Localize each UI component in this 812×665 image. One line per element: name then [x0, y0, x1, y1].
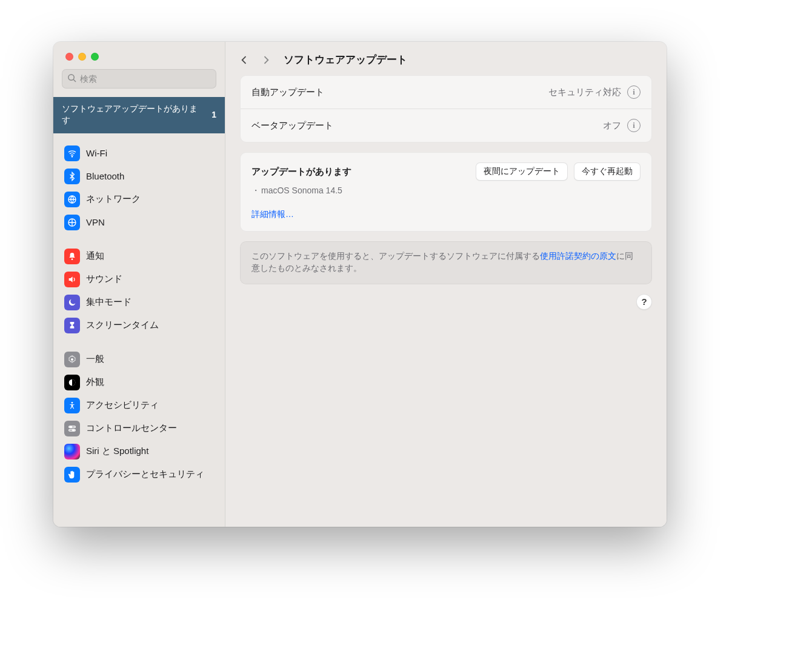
search-input[interactable] — [80, 74, 211, 84]
sidebar-item-notifications[interactable]: 通知 — [59, 245, 219, 268]
sidebar-item-vpn[interactable]: VPN — [59, 211, 219, 234]
help-button[interactable]: ? — [636, 294, 652, 310]
titlebar: ソフトウェアアップデート — [225, 42, 667, 75]
row-label: 自動アップデート — [251, 87, 324, 98]
sidebar-item-label: 通知 — [86, 250, 104, 262]
search-field[interactable] — [62, 69, 216, 89]
sidebar-item-label: スクリーンタイム — [86, 319, 159, 331]
sidebar-item-label: 集中モード — [86, 296, 131, 308]
vpn-icon — [64, 215, 80, 230]
zoom-window-button[interactable] — [91, 53, 99, 61]
wifi-icon — [64, 145, 80, 161]
sidebar-item-label: 外観 — [86, 376, 104, 388]
sidebar-item-siri[interactable]: Siri と Spotlight — [59, 440, 219, 463]
sidebar-item-screentime[interactable]: スクリーンタイム — [59, 314, 219, 337]
more-info-link[interactable]: 詳細情報… — [251, 209, 294, 219]
update-available-banner[interactable]: ソフトウェアアップデートがあります 1 — [53, 97, 225, 133]
speaker-icon — [64, 272, 80, 287]
update-list-item: macOS Sonoma 14.5 — [241, 184, 651, 200]
sidebar-item-label: VPN — [86, 217, 105, 227]
svg-point-8 — [72, 402, 73, 404]
svg-point-0 — [68, 74, 74, 79]
sidebar-item-label: サウンド — [86, 273, 122, 285]
sidebar-item-sound[interactable]: サウンド — [59, 268, 219, 291]
appearance-icon — [64, 375, 80, 390]
license-link[interactable]: 使用許諾契約の原文 — [540, 252, 616, 261]
row-value: オフ — [603, 120, 621, 132]
sidebar-item-appearance[interactable]: 外観 — [59, 371, 219, 394]
row-auto-update[interactable]: 自動アップデート セキュリティ対応 i — [241, 76, 651, 109]
sidebar-item-label: Bluetooth — [86, 171, 124, 181]
legal-notice: このソフトウェアを使用すると、アップデートするソフトウェアに付属する使用許諾契約… — [240, 241, 652, 284]
hourglass-icon — [64, 318, 80, 333]
sidebar-item-label: Wi-Fi — [86, 148, 107, 158]
svg-point-11 — [70, 426, 72, 428]
main-content: ソフトウェアアップデート 自動アップデート セキュリティ対応 i ベータアップデ… — [225, 42, 667, 527]
row-label: ベータアップデート — [251, 120, 333, 132]
sidebar-item-bluetooth[interactable]: Bluetooth — [59, 165, 219, 188]
sidebar-list: Wi-Fi Bluetooth ネットワーク VPN 通知 — [53, 133, 225, 503]
banner-text: ソフトウェアアップデートがあります — [62, 103, 205, 126]
bell-icon — [64, 249, 80, 264]
info-icon[interactable]: i — [627, 85, 641, 99]
settings-panel: 自動アップデート セキュリティ対応 i ベータアップデート オフ i — [240, 75, 652, 142]
sidebar-item-label: アクセシビリティ — [86, 399, 159, 411]
sidebar-item-privacy[interactable]: プライバシーとセキュリティ — [59, 463, 219, 486]
svg-point-12 — [73, 429, 75, 431]
restart-now-button[interactable]: 今すぐ再起動 — [574, 162, 641, 181]
minimize-window-button[interactable] — [78, 53, 86, 61]
globe-icon — [64, 192, 80, 207]
sidebar: ソフトウェアアップデートがあります 1 Wi-Fi Bluetooth ネットワ… — [53, 42, 225, 527]
nav-back-button[interactable] — [238, 53, 251, 67]
sidebar-item-label: コントロールセンター — [86, 423, 177, 434]
sidebar-item-general[interactable]: 一般 — [59, 348, 219, 371]
update-tonight-button[interactable]: 夜間にアップデート — [476, 162, 568, 181]
sidebar-item-accessibility[interactable]: アクセシビリティ — [59, 394, 219, 417]
svg-point-5 — [72, 258, 73, 260]
sidebar-item-label: 一般 — [86, 353, 104, 365]
page-title: ソフトウェアアップデート — [284, 53, 407, 67]
svg-point-2 — [72, 156, 72, 156]
hand-icon — [64, 467, 80, 483]
sidebar-item-network[interactable]: ネットワーク — [59, 188, 219, 211]
row-beta-update[interactable]: ベータアップデート オフ i — [241, 109, 651, 142]
gear-icon — [64, 352, 80, 367]
sidebar-item-controlcenter[interactable]: コントロールセンター — [59, 417, 219, 440]
sidebar-item-label: Siri と Spotlight — [86, 446, 148, 457]
search-icon — [67, 73, 76, 85]
info-icon[interactable]: i — [627, 119, 641, 132]
svg-line-1 — [73, 79, 76, 82]
bluetooth-icon — [64, 169, 80, 184]
settings-window: ソフトウェアアップデートがあります 1 Wi-Fi Bluetooth ネットワ… — [53, 42, 667, 527]
legal-prefix: このソフトウェアを使用すると、アップデートするソフトウェアに付属する — [251, 252, 540, 261]
sidebar-item-label: プライバシーとセキュリティ — [86, 469, 204, 480]
row-value: セキュリティ対応 — [548, 87, 621, 98]
sidebar-item-label: ネットワーク — [86, 193, 141, 205]
sidebar-item-focus[interactable]: 集中モード — [59, 291, 219, 314]
window-controls — [53, 42, 225, 69]
banner-badge: 1 — [211, 110, 216, 119]
siri-icon — [64, 444, 80, 459]
svg-point-6 — [71, 358, 73, 361]
nav-forward-button[interactable] — [259, 53, 273, 67]
sidebar-item-wifi[interactable]: Wi-Fi — [59, 142, 219, 165]
close-window-button[interactable] — [65, 53, 73, 61]
accessibility-icon — [64, 398, 80, 413]
sliders-icon — [64, 421, 80, 436]
updates-panel: アップデートがあります 夜間にアップデート 今すぐ再起動 macOS Sonom… — [240, 152, 652, 232]
moon-icon — [64, 295, 80, 310]
updates-heading: アップデートがあります — [251, 166, 351, 178]
